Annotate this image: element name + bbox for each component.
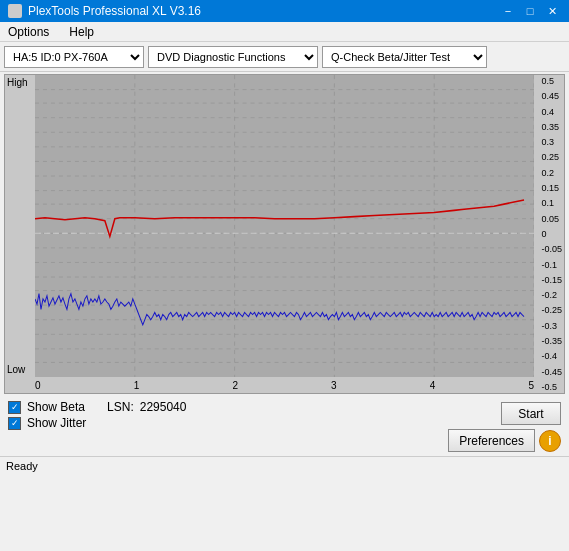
menu-bar: Options Help: [0, 22, 569, 42]
preferences-row: Preferences i: [448, 429, 561, 452]
window-title: PlexTools Professional XL V3.16: [28, 4, 201, 18]
info-button[interactable]: i: [539, 430, 561, 452]
y-label-high: High: [7, 77, 28, 88]
x-axis: 0 1 2 3 4 5: [35, 380, 534, 391]
function-select[interactable]: DVD Diagnostic Functions: [148, 46, 318, 68]
show-beta-label: Show Beta: [27, 400, 85, 414]
status-text: Ready: [6, 460, 38, 472]
maximize-button[interactable]: □: [521, 3, 539, 19]
bottom-panel: Show Beta LSN: 2295040 Show Jitter Start…: [0, 396, 569, 456]
preferences-button[interactable]: Preferences: [448, 429, 535, 452]
start-button[interactable]: Start: [501, 402, 561, 425]
chart-area: High Low 0.5 0.45 0.4 0.35 0.3 0.25 0.2 …: [4, 74, 565, 394]
toolbar: HA:5 ID:0 PX-760A DVD Diagnostic Functio…: [0, 42, 569, 72]
bottom-right: Start Preferences i: [448, 400, 561, 452]
minimize-button[interactable]: −: [499, 3, 517, 19]
chart-plot: [35, 75, 534, 377]
y-label-low: Low: [7, 364, 25, 375]
show-jitter-label: Show Jitter: [27, 416, 86, 430]
svg-rect-0: [35, 75, 534, 377]
show-jitter-row: Show Jitter: [8, 416, 186, 430]
app-icon: [8, 4, 22, 18]
close-button[interactable]: ✕: [543, 3, 561, 19]
lsn-value: 2295040: [140, 400, 187, 414]
y-axis-right: 0.5 0.45 0.4 0.35 0.3 0.25 0.2 0.15 0.1 …: [541, 75, 562, 393]
test-select[interactable]: Q-Check Beta/Jitter Test: [322, 46, 487, 68]
title-bar: PlexTools Professional XL V3.16 − □ ✕: [0, 0, 569, 22]
window-controls: − □ ✕: [499, 3, 561, 19]
status-bar: Ready: [0, 456, 569, 474]
show-beta-checkbox[interactable]: [8, 401, 21, 414]
bottom-left: Show Beta LSN: 2295040 Show Jitter: [8, 400, 186, 430]
menu-options[interactable]: Options: [4, 24, 53, 40]
drive-select[interactable]: HA:5 ID:0 PX-760A: [4, 46, 144, 68]
show-jitter-checkbox[interactable]: [8, 417, 21, 430]
lsn-label: LSN:: [107, 400, 134, 414]
menu-help[interactable]: Help: [65, 24, 98, 40]
show-beta-row: Show Beta LSN: 2295040: [8, 400, 186, 414]
